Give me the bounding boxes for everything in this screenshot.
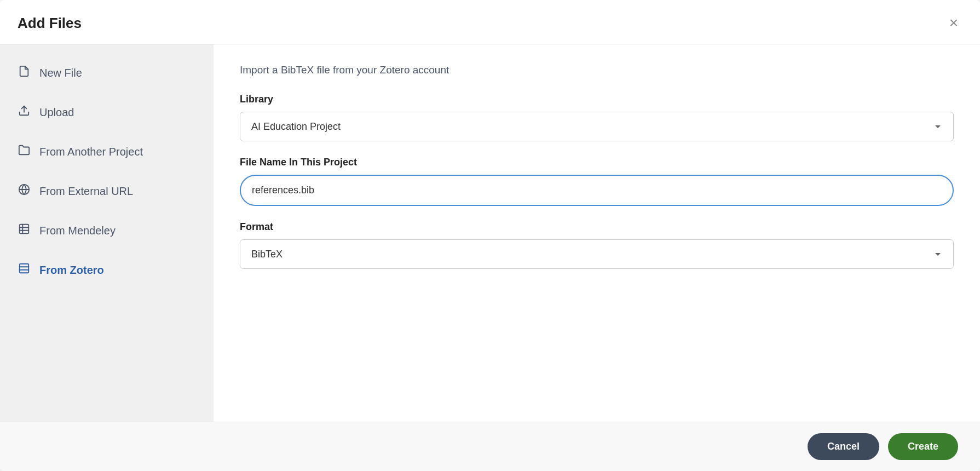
sidebar-item-from-zotero[interactable]: From Zotero bbox=[0, 250, 214, 290]
upload-icon bbox=[16, 105, 32, 120]
from-another-project-icon bbox=[16, 144, 32, 159]
format-group: Format BibTeX bbox=[240, 221, 954, 269]
modal-title: Add Files bbox=[18, 15, 82, 32]
add-files-modal: Add Files × New File Upload Fr bbox=[0, 0, 980, 471]
sidebar-item-from-mendeley[interactable]: From Mendeley bbox=[0, 211, 214, 250]
library-group: Library AI Education Project bbox=[240, 94, 954, 141]
filename-group: File Name In This Project bbox=[240, 157, 954, 206]
sidebar-item-from-external-url[interactable]: From External URL bbox=[0, 171, 214, 211]
sidebar-item-from-zotero-label: From Zotero bbox=[39, 264, 104, 277]
library-select[interactable]: AI Education Project bbox=[240, 112, 954, 141]
modal-footer: Cancel Create bbox=[0, 422, 980, 471]
sidebar-item-from-another-project[interactable]: From Another Project bbox=[0, 132, 214, 171]
sidebar: New File Upload From Another Project Fro… bbox=[0, 44, 214, 422]
content-description: Import a BibTeX file from your Zotero ac… bbox=[240, 64, 954, 76]
from-zotero-icon bbox=[16, 262, 32, 278]
close-button[interactable]: × bbox=[945, 13, 962, 33]
svg-rect-7 bbox=[20, 264, 29, 273]
sidebar-item-from-another-project-label: From Another Project bbox=[39, 146, 143, 158]
modal-header: Add Files × bbox=[0, 0, 980, 44]
format-label: Format bbox=[240, 221, 954, 233]
from-external-url-icon bbox=[16, 183, 32, 199]
svg-rect-3 bbox=[20, 225, 29, 234]
sidebar-item-from-mendeley-label: From Mendeley bbox=[39, 225, 116, 237]
modal-body: New File Upload From Another Project Fro… bbox=[0, 44, 980, 422]
from-mendeley-icon bbox=[16, 223, 32, 238]
library-label: Library bbox=[240, 94, 954, 105]
new-file-icon bbox=[16, 65, 32, 81]
cancel-button[interactable]: Cancel bbox=[808, 433, 879, 460]
sidebar-item-from-external-url-label: From External URL bbox=[39, 185, 133, 198]
sidebar-item-new-file[interactable]: New File bbox=[0, 53, 214, 93]
content-area: Import a BibTeX file from your Zotero ac… bbox=[214, 44, 980, 422]
sidebar-item-new-file-label: New File bbox=[39, 67, 82, 79]
format-select[interactable]: BibTeX bbox=[240, 239, 954, 269]
sidebar-item-upload-label: Upload bbox=[39, 106, 74, 119]
filename-input[interactable] bbox=[240, 175, 954, 206]
sidebar-item-upload[interactable]: Upload bbox=[0, 93, 214, 132]
create-button[interactable]: Create bbox=[888, 433, 958, 460]
filename-label: File Name In This Project bbox=[240, 157, 954, 168]
